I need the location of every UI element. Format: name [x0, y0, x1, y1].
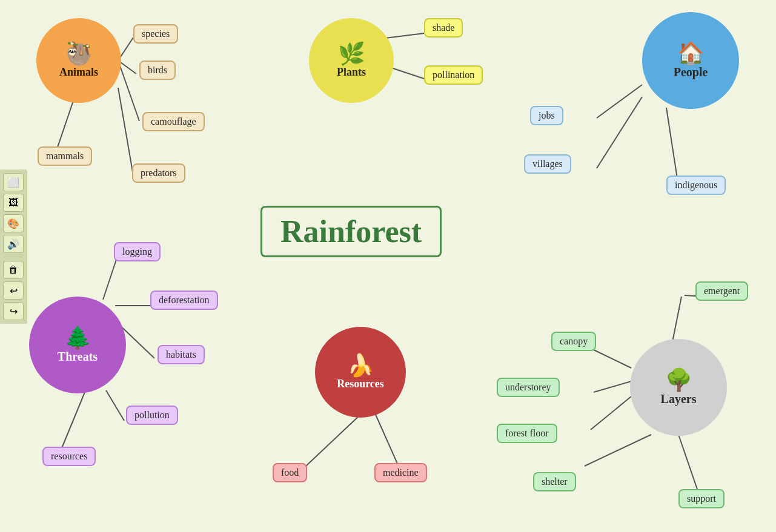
svg-line-17: [594, 350, 631, 368]
label-food[interactable]: food: [273, 463, 307, 482]
people-icon: 🏠: [677, 42, 705, 64]
layers-icon: 🌳: [665, 369, 692, 391]
svg-line-13: [106, 390, 124, 421]
label-medicine[interactable]: medicine: [374, 463, 427, 482]
animals-label: Animals: [59, 66, 98, 79]
threats-icon: 🌲: [64, 327, 91, 349]
resources-label: Resources: [337, 378, 384, 390]
central-title: Rainforest: [260, 206, 442, 257]
label-villages[interactable]: villages: [524, 154, 571, 174]
node-threats[interactable]: 🌲 Threats: [29, 297, 126, 393]
toolbar-color-btn[interactable]: 🎨: [3, 214, 24, 232]
svg-line-10: [103, 254, 118, 300]
label-species[interactable]: species: [133, 24, 178, 44]
node-layers[interactable]: 🌳 Layers: [630, 339, 727, 436]
label-deforestation[interactable]: deforestation: [150, 291, 218, 310]
label-pollution[interactable]: pollution: [126, 406, 178, 425]
node-resources[interactable]: 🍌 Resources: [315, 327, 406, 418]
toolbar-image-btn[interactable]: 🖼: [3, 194, 24, 212]
svg-line-16: [376, 415, 400, 469]
toolbar-delete-btn[interactable]: 🗑: [3, 261, 24, 279]
toolbar: ⬜ 🖼 🎨 🔊 🗑 ↩ ↪: [0, 169, 27, 324]
label-predators[interactable]: predators: [132, 163, 185, 183]
svg-line-2: [118, 61, 139, 121]
label-birds[interactable]: birds: [139, 61, 176, 80]
label-understorey[interactable]: understorey: [497, 378, 560, 397]
node-animals[interactable]: 🦥 Animals: [36, 18, 121, 103]
animals-icon: 🦥: [65, 43, 93, 65]
svg-line-18: [672, 297, 681, 342]
svg-line-9: [666, 108, 678, 186]
threats-label: Threats: [58, 350, 98, 364]
svg-line-21: [591, 396, 631, 430]
svg-line-8: [597, 97, 642, 168]
toolbar-sound-btn[interactable]: 🔊: [3, 235, 24, 253]
label-canopy[interactable]: canopy: [551, 332, 596, 351]
label-shade[interactable]: shade: [424, 18, 463, 38]
label-mammals[interactable]: mammals: [38, 146, 92, 166]
label-shelter[interactable]: shelter: [533, 472, 576, 491]
label-resources-threat[interactable]: resources: [42, 447, 96, 466]
svg-line-22: [585, 435, 651, 466]
svg-line-20: [594, 381, 631, 392]
plants-label: Plants: [337, 66, 366, 79]
label-logging[interactable]: logging: [114, 242, 161, 261]
svg-line-4: [118, 88, 133, 176]
node-plants[interactable]: 🌿 Plants: [309, 18, 394, 103]
plants-icon: 🌿: [338, 43, 365, 65]
label-camouflage[interactable]: camouflage: [142, 112, 205, 131]
resources-icon: 🍌: [347, 355, 374, 376]
svg-line-7: [597, 85, 642, 118]
label-emergent[interactable]: emergent: [695, 281, 748, 301]
label-jobs[interactable]: jobs: [530, 106, 563, 125]
svg-line-23: [678, 435, 700, 496]
svg-line-15: [306, 415, 360, 466]
label-support[interactable]: support: [678, 489, 725, 508]
toolbar-undo-btn[interactable]: ↩: [3, 281, 24, 300]
toolbar-page-btn[interactable]: ⬜: [3, 173, 24, 191]
people-label: People: [674, 65, 708, 79]
node-people[interactable]: 🏠 People: [642, 12, 739, 109]
label-habitats[interactable]: habitats: [158, 345, 205, 364]
label-indigenous[interactable]: indigenous: [666, 176, 726, 195]
label-pollination[interactable]: pollination: [424, 65, 483, 85]
toolbar-redo-btn[interactable]: ↪: [3, 302, 24, 320]
svg-line-14: [61, 392, 85, 451]
label-forest-floor[interactable]: forest floor: [497, 424, 557, 443]
layers-label: Layers: [661, 392, 697, 406]
